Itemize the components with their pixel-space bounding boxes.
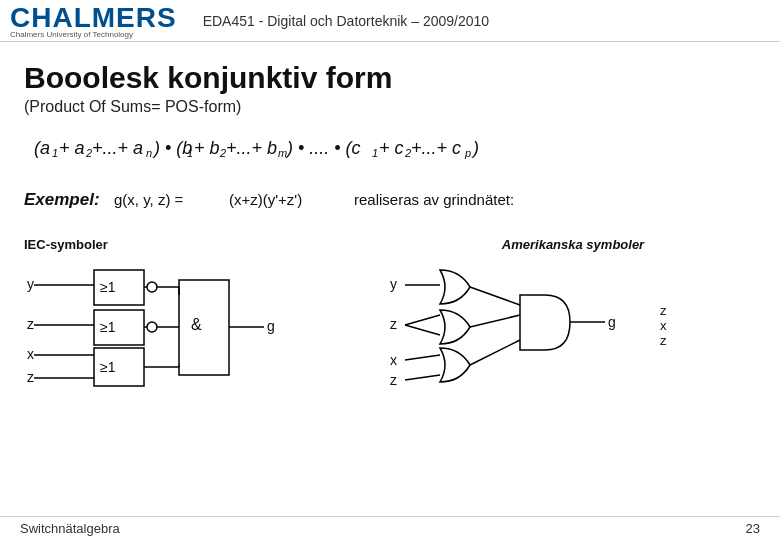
svg-text:z: z — [660, 303, 667, 318]
svg-text:): ) — [471, 138, 479, 158]
svg-line-56 — [470, 315, 520, 327]
svg-text:m: m — [278, 147, 287, 159]
svg-text:+...+ a: +...+ a — [92, 138, 143, 158]
page-subtitle: (Product Of Sums= POS-form) — [24, 98, 756, 116]
page-title: Booolesk konjunktiv form — [24, 60, 756, 96]
iec-diagram-svg: y ≥1 z ≥1 — [24, 260, 334, 410]
svg-line-59 — [405, 355, 440, 360]
svg-line-52 — [470, 287, 520, 305]
svg-text:≥1: ≥1 — [100, 279, 116, 295]
footer-right: 23 — [746, 521, 760, 536]
svg-text:p: p — [464, 147, 471, 159]
example-section: Exempel: g(x, y, z) = (x+z)(y'+z') reali… — [24, 185, 756, 215]
svg-line-54 — [405, 315, 440, 325]
formula-section: (a 1 + a 2 +...+ a n ) • (b 1 + b 2 +...… — [24, 126, 756, 171]
svg-text:+ c: + c — [379, 138, 404, 158]
svg-text:z: z — [27, 316, 34, 332]
svg-line-61 — [470, 340, 520, 365]
svg-text:x: x — [27, 346, 34, 362]
iec-label: IEC-symboler — [24, 237, 390, 252]
american-label: Amerikanska symboler — [390, 237, 756, 252]
svg-text:x: x — [390, 352, 397, 368]
svg-text:realiseras av grindnätet:: realiseras av grindnätet: — [354, 191, 514, 208]
iec-section: IEC-symboler y ≥1 z ≥1 — [24, 237, 390, 414]
svg-text:+...+ c: +...+ c — [411, 138, 461, 158]
svg-text:z: z — [390, 372, 397, 388]
svg-text:z: z — [27, 369, 34, 385]
svg-text:(x+z)(y'+z'): (x+z)(y'+z') — [229, 191, 302, 208]
formula-svg: (a 1 + a 2 +...+ a n ) • (b 1 + b 2 +...… — [24, 126, 724, 166]
svg-text:&: & — [191, 316, 202, 333]
american-diagram-svg: y z x — [390, 260, 720, 410]
svg-text:g: g — [267, 318, 275, 334]
example-svg: Exempel: g(x, y, z) = (x+z)(y'+z') reali… — [24, 185, 756, 215]
svg-text:+...+ b: +...+ b — [226, 138, 277, 158]
svg-text:(a: (a — [34, 138, 50, 158]
american-section: Amerikanska symboler y z — [390, 237, 756, 414]
footer-left: Switchnätalgebra — [20, 521, 120, 536]
svg-text:g: g — [608, 314, 616, 330]
svg-text:g(x, y, z) =: g(x, y, z) = — [114, 191, 184, 208]
svg-text:1: 1 — [187, 147, 193, 159]
svg-text:z: z — [660, 333, 667, 348]
svg-text:≥1: ≥1 — [100, 359, 116, 375]
svg-text:Exempel:: Exempel: — [24, 190, 100, 209]
svg-line-55 — [405, 325, 440, 335]
svg-text:1: 1 — [372, 147, 378, 159]
svg-text:+ b: + b — [194, 138, 220, 158]
svg-text:+ a: + a — [59, 138, 85, 158]
svg-text:x: x — [660, 318, 667, 333]
header-title: EDA451 - Digital och Datorteknik – 2009/… — [203, 13, 770, 29]
svg-text:) • .... • (c: ) • .... • (c — [285, 138, 361, 158]
svg-text:1: 1 — [52, 147, 58, 159]
header: CHALMERS Chalmers University of Technolo… — [0, 0, 780, 42]
logo-area: CHALMERS Chalmers University of Technolo… — [10, 2, 187, 40]
logo: CHALMERS — [10, 2, 177, 33]
svg-text:y: y — [27, 276, 34, 292]
svg-point-27 — [147, 282, 157, 292]
svg-line-60 — [405, 375, 440, 380]
svg-text:n: n — [146, 147, 152, 159]
main-content: Booolesk konjunktiv form (Product Of Sum… — [0, 42, 780, 424]
circuits-area: IEC-symboler y ≥1 z ≥1 — [24, 237, 756, 414]
svg-point-34 — [147, 322, 157, 332]
svg-text:≥1: ≥1 — [100, 319, 116, 335]
footer: Switchnätalgebra 23 — [0, 516, 780, 540]
svg-rect-44 — [179, 280, 229, 375]
svg-text:y: y — [390, 276, 397, 292]
svg-text:z: z — [390, 316, 397, 332]
